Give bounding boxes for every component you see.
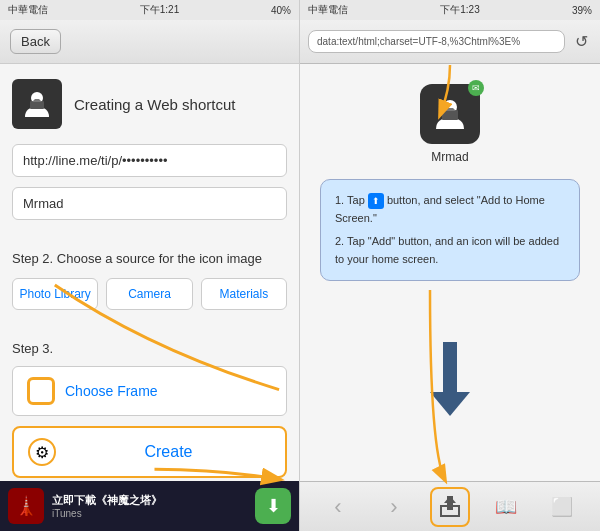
create-label: Create [66,443,271,461]
back-toolbar-button[interactable]: ‹ [318,487,358,527]
book-icon: 📖 [495,496,517,518]
photo-library-button[interactable]: Photo Library [12,278,98,310]
tabs-toolbar-button[interactable]: ⬜ [542,487,582,527]
camera-button[interactable]: Camera [106,278,192,310]
gear-icon: ⚙ [28,438,56,466]
app-avatar [12,79,62,129]
bookmarks-toolbar-button[interactable]: 📖 [486,487,526,527]
left-panel: 中華電信 下午1:21 40% Back Creating a Web shor… [0,0,300,531]
down-arrow [430,342,470,416]
instruction-bubble: 1. Tap ⬆ button, and select "Add to Home… [320,179,580,281]
choose-frame-button[interactable]: Choose Frame [12,366,287,416]
notification-badge: ✉ [468,80,484,96]
frame-icon [27,377,55,405]
choose-frame-label: Choose Frame [65,383,158,399]
instruction-line2: 2. Tap "Add" button, and an icon will be… [335,233,565,268]
share-icon [439,496,461,518]
ad-banner[interactable]: 🗼 立即下載《神魔之塔》 iTunes ⬇ [0,481,299,531]
web-icon-label: Mrmad [431,150,468,164]
back-icon: ‹ [334,494,341,520]
status-bar-right: 中華電信 下午1:23 39% [300,0,600,20]
time-left: 下午1:21 [140,3,179,17]
refresh-button[interactable]: ↺ [571,30,592,53]
time-right: 下午1:23 [440,3,479,17]
web-app-icon: ✉ [420,84,480,144]
forward-toolbar-button[interactable]: › [374,487,414,527]
arrow-head [430,392,470,416]
step3-label: Step 3. [12,341,287,356]
left-content: Creating a Web shortcut Step 2. Choose a… [0,64,299,481]
instruction-line1: 1. Tap ⬆ button, and select "Add to Home… [335,192,565,227]
ad-icon: 🗼 [8,488,44,524]
page-title: Creating a Web shortcut [74,96,235,113]
icon-source-row: Photo Library Camera Materials [12,278,287,310]
step2-label: Step 2. Choose a source for the icon ima… [12,251,287,266]
nav-bar-left: Back [0,20,299,64]
url-bar[interactable]: data:text/html;charset=UTF-8,%3Chtml%3E% [308,30,565,53]
browser-bar: data:text/html;charset=UTF-8,%3Chtml%3E%… [300,20,600,64]
right-content: ✉ Mrmad 1. Tap ⬆ button, and select "Add… [300,64,600,481]
materials-button[interactable]: Materials [201,278,287,310]
carrier-left: 中華電信 [8,3,48,17]
ad-title: 立即下載《神魔之塔》 [52,493,247,508]
right-panel: 中華電信 下午1:23 39% data:text/html;charset=U… [300,0,600,531]
ad-download-button[interactable]: ⬇ [255,488,291,524]
name-input[interactable] [12,187,287,220]
share-toolbar-button[interactable] [430,487,470,527]
forward-icon: › [390,494,397,520]
carrier-right: 中華電信 [308,3,348,17]
web-icon-container: ✉ Mrmad [420,84,480,164]
battery-right: 39% [572,5,592,16]
back-button[interactable]: Back [10,29,61,54]
tabs-icon: ⬜ [551,496,573,518]
status-bar-left: 中華電信 下午1:21 40% [0,0,299,20]
ad-text: 立即下載《神魔之塔》 iTunes [52,493,247,519]
svg-rect-5 [442,110,458,120]
ad-subtitle: iTunes [52,508,247,519]
svg-rect-2 [30,101,44,109]
url-input[interactable] [12,144,287,177]
svg-marker-7 [444,496,456,503]
arrow-shaft [443,342,457,392]
bottom-toolbar: ‹ › 📖 ⬜ [300,481,600,531]
header-row: Creating a Web shortcut [12,79,287,129]
create-button[interactable]: ⚙ Create [12,426,287,478]
battery-left: 40% [271,5,291,16]
